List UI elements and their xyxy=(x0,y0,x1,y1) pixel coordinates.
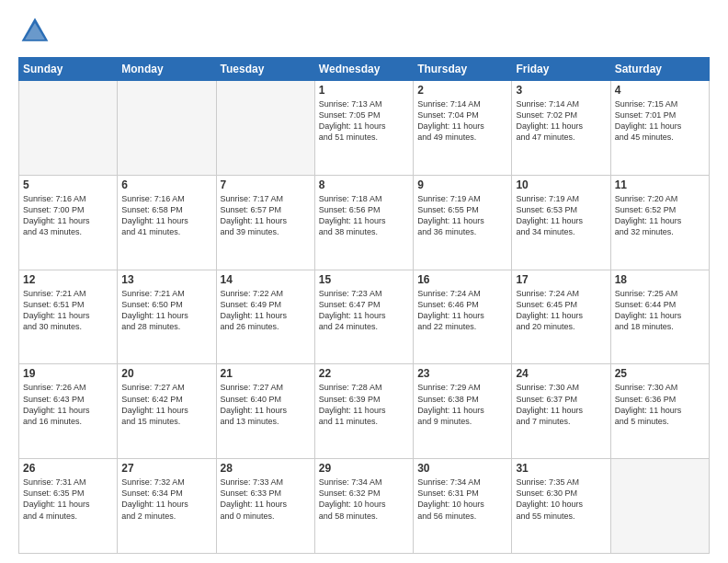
calendar-cell: 26Sunrise: 7:31 AM Sunset: 6:35 PM Dayli… xyxy=(19,459,118,554)
calendar-day-header: Wednesday xyxy=(314,58,413,81)
day-number: 12 xyxy=(23,273,113,286)
day-number: 11 xyxy=(615,178,705,191)
calendar-cell: 22Sunrise: 7:28 AM Sunset: 6:39 PM Dayli… xyxy=(314,364,413,459)
cell-info: Sunrise: 7:17 AM Sunset: 6:57 PM Dayligh… xyxy=(221,193,311,238)
day-number: 20 xyxy=(121,367,211,380)
day-number: 4 xyxy=(615,84,705,97)
cell-info: Sunrise: 7:30 AM Sunset: 6:37 PM Dayligh… xyxy=(516,382,606,427)
day-number: 25 xyxy=(615,367,705,380)
logo-icon xyxy=(18,15,51,48)
cell-info: Sunrise: 7:27 AM Sunset: 6:40 PM Dayligh… xyxy=(221,382,311,427)
calendar-week-row: 12Sunrise: 7:21 AM Sunset: 6:51 PM Dayli… xyxy=(19,270,710,364)
cell-info: Sunrise: 7:27 AM Sunset: 6:42 PM Dayligh… xyxy=(121,382,211,427)
calendar-cell: 11Sunrise: 7:20 AM Sunset: 6:52 PM Dayli… xyxy=(610,175,709,270)
header xyxy=(18,15,710,48)
day-number: 13 xyxy=(121,273,211,286)
day-number: 1 xyxy=(319,84,409,97)
calendar-cell: 18Sunrise: 7:25 AM Sunset: 6:44 PM Dayli… xyxy=(610,270,709,364)
calendar-day-header: Friday xyxy=(512,58,610,81)
calendar-cell: 5Sunrise: 7:16 AM Sunset: 7:00 PM Daylig… xyxy=(19,175,118,270)
calendar-cell: 24Sunrise: 7:30 AM Sunset: 6:37 PM Dayli… xyxy=(512,364,610,459)
calendar-cell: 21Sunrise: 7:27 AM Sunset: 6:40 PM Dayli… xyxy=(216,364,314,459)
day-number: 31 xyxy=(516,462,606,475)
cell-info: Sunrise: 7:16 AM Sunset: 6:58 PM Dayligh… xyxy=(121,193,211,238)
day-number: 21 xyxy=(221,367,311,380)
calendar-cell: 8Sunrise: 7:18 AM Sunset: 6:56 PM Daylig… xyxy=(314,175,413,270)
day-number: 28 xyxy=(221,462,311,475)
day-number: 8 xyxy=(319,178,409,191)
logo xyxy=(18,15,55,48)
day-number: 16 xyxy=(417,273,507,286)
page: SundayMondayTuesdayWednesdayThursdayFrid… xyxy=(0,0,728,563)
day-number: 29 xyxy=(319,462,409,475)
calendar-cell: 31Sunrise: 7:35 AM Sunset: 6:30 PM Dayli… xyxy=(512,459,610,554)
cell-info: Sunrise: 7:21 AM Sunset: 6:50 PM Dayligh… xyxy=(121,288,211,333)
calendar-day-header: Saturday xyxy=(610,58,709,81)
day-number: 14 xyxy=(221,273,311,286)
day-number: 19 xyxy=(23,367,113,380)
cell-info: Sunrise: 7:15 AM Sunset: 7:01 PM Dayligh… xyxy=(615,98,705,144)
cell-info: Sunrise: 7:16 AM Sunset: 7:00 PM Dayligh… xyxy=(23,193,113,238)
calendar-cell: 13Sunrise: 7:21 AM Sunset: 6:50 PM Dayli… xyxy=(118,270,216,364)
cell-info: Sunrise: 7:34 AM Sunset: 6:31 PM Dayligh… xyxy=(417,477,507,522)
calendar-cell: 27Sunrise: 7:32 AM Sunset: 6:34 PM Dayli… xyxy=(118,459,216,554)
calendar-cell: 10Sunrise: 7:19 AM Sunset: 6:53 PM Dayli… xyxy=(512,175,610,270)
calendar-week-row: 1Sunrise: 7:13 AM Sunset: 7:05 PM Daylig… xyxy=(19,81,710,176)
calendar-cell: 30Sunrise: 7:34 AM Sunset: 6:31 PM Dayli… xyxy=(414,459,512,554)
calendar-week-row: 5Sunrise: 7:16 AM Sunset: 7:00 PM Daylig… xyxy=(19,175,710,270)
calendar-week-row: 26Sunrise: 7:31 AM Sunset: 6:35 PM Dayli… xyxy=(19,459,710,554)
calendar-table: SundayMondayTuesdayWednesdayThursdayFrid… xyxy=(18,57,710,554)
cell-info: Sunrise: 7:29 AM Sunset: 6:38 PM Dayligh… xyxy=(417,382,507,427)
day-number: 17 xyxy=(516,273,606,286)
calendar-cell: 17Sunrise: 7:24 AM Sunset: 6:45 PM Dayli… xyxy=(512,270,610,364)
day-number: 23 xyxy=(417,367,507,380)
calendar-cell: 16Sunrise: 7:24 AM Sunset: 6:46 PM Dayli… xyxy=(414,270,512,364)
day-number: 3 xyxy=(516,84,606,97)
cell-info: Sunrise: 7:21 AM Sunset: 6:51 PM Dayligh… xyxy=(23,288,113,333)
day-number: 15 xyxy=(319,273,409,286)
calendar-cell: 4Sunrise: 7:15 AM Sunset: 7:01 PM Daylig… xyxy=(610,81,709,176)
calendar-cell xyxy=(118,81,216,176)
cell-info: Sunrise: 7:19 AM Sunset: 6:55 PM Dayligh… xyxy=(417,193,507,238)
calendar-cell: 23Sunrise: 7:29 AM Sunset: 6:38 PM Dayli… xyxy=(414,364,512,459)
calendar-cell: 1Sunrise: 7:13 AM Sunset: 7:05 PM Daylig… xyxy=(314,81,413,176)
cell-info: Sunrise: 7:18 AM Sunset: 6:56 PM Dayligh… xyxy=(319,193,409,238)
cell-info: Sunrise: 7:24 AM Sunset: 6:46 PM Dayligh… xyxy=(417,288,507,333)
calendar-header-row: SundayMondayTuesdayWednesdayThursdayFrid… xyxy=(19,58,710,81)
calendar-day-header: Sunday xyxy=(19,58,118,81)
cell-info: Sunrise: 7:19 AM Sunset: 6:53 PM Dayligh… xyxy=(516,193,606,238)
calendar-week-row: 19Sunrise: 7:26 AM Sunset: 6:43 PM Dayli… xyxy=(19,364,710,459)
calendar-cell: 20Sunrise: 7:27 AM Sunset: 6:42 PM Dayli… xyxy=(118,364,216,459)
calendar-cell: 2Sunrise: 7:14 AM Sunset: 7:04 PM Daylig… xyxy=(414,81,512,176)
calendar-cell: 7Sunrise: 7:17 AM Sunset: 6:57 PM Daylig… xyxy=(216,175,314,270)
cell-info: Sunrise: 7:30 AM Sunset: 6:36 PM Dayligh… xyxy=(615,382,705,427)
calendar-cell: 19Sunrise: 7:26 AM Sunset: 6:43 PM Dayli… xyxy=(19,364,118,459)
calendar-cell: 3Sunrise: 7:14 AM Sunset: 7:02 PM Daylig… xyxy=(512,81,610,176)
calendar-cell: 15Sunrise: 7:23 AM Sunset: 6:47 PM Dayli… xyxy=(314,270,413,364)
calendar-cell: 6Sunrise: 7:16 AM Sunset: 6:58 PM Daylig… xyxy=(118,175,216,270)
calendar-cell: 29Sunrise: 7:34 AM Sunset: 6:32 PM Dayli… xyxy=(314,459,413,554)
cell-info: Sunrise: 7:24 AM Sunset: 6:45 PM Dayligh… xyxy=(516,288,606,333)
calendar-cell: 12Sunrise: 7:21 AM Sunset: 6:51 PM Dayli… xyxy=(19,270,118,364)
calendar-cell: 25Sunrise: 7:30 AM Sunset: 6:36 PM Dayli… xyxy=(610,364,709,459)
calendar-day-header: Tuesday xyxy=(216,58,314,81)
cell-info: Sunrise: 7:31 AM Sunset: 6:35 PM Dayligh… xyxy=(23,477,113,522)
cell-info: Sunrise: 7:25 AM Sunset: 6:44 PM Dayligh… xyxy=(615,288,705,333)
cell-info: Sunrise: 7:23 AM Sunset: 6:47 PM Dayligh… xyxy=(319,288,409,333)
calendar-cell xyxy=(216,81,314,176)
day-number: 9 xyxy=(417,178,507,191)
calendar-day-header: Thursday xyxy=(414,58,512,81)
calendar-day-header: Monday xyxy=(118,58,216,81)
day-number: 7 xyxy=(221,178,311,191)
cell-info: Sunrise: 7:32 AM Sunset: 6:34 PM Dayligh… xyxy=(121,477,211,522)
day-number: 30 xyxy=(417,462,507,475)
day-number: 27 xyxy=(121,462,211,475)
day-number: 10 xyxy=(516,178,606,191)
cell-info: Sunrise: 7:26 AM Sunset: 6:43 PM Dayligh… xyxy=(23,382,113,427)
calendar-cell: 28Sunrise: 7:33 AM Sunset: 6:33 PM Dayli… xyxy=(216,459,314,554)
calendar-cell xyxy=(19,81,118,176)
cell-info: Sunrise: 7:22 AM Sunset: 6:49 PM Dayligh… xyxy=(221,288,311,333)
day-number: 22 xyxy=(319,367,409,380)
cell-info: Sunrise: 7:20 AM Sunset: 6:52 PM Dayligh… xyxy=(615,193,705,238)
day-number: 2 xyxy=(417,84,507,97)
